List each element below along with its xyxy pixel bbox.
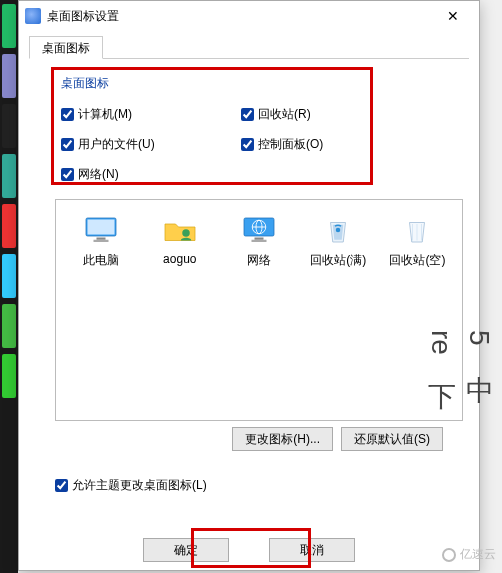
tab-desktop-icons[interactable]: 桌面图标 <box>29 36 103 59</box>
close-button[interactable]: ✕ <box>433 1 473 31</box>
checkbox-control-panel[interactable]: 控制面板(O) <box>241 136 421 153</box>
desktop-edge-strip <box>0 0 18 573</box>
taskbar-item <box>2 54 16 98</box>
group-desktop-icons-label: 桌面图标 <box>61 75 109 92</box>
icon-item-network[interactable]: 网络 <box>220 214 297 269</box>
taskbar-item <box>2 104 16 148</box>
window-title: 桌面图标设置 <box>47 8 433 25</box>
desktop-icon-checkboxes: 计算机(M) 回收站(R) 用户的文件(U) 控制面板(O) 网络(N) <box>61 99 421 189</box>
this-pc-icon <box>81 214 121 246</box>
icon-label: 网络 <box>220 252 297 269</box>
icon-label: 回收站(满) <box>300 252 377 269</box>
recycle-full-icon <box>318 214 358 246</box>
svg-rect-1 <box>87 220 114 235</box>
icon-label: 此电脑 <box>62 252 139 269</box>
cancel-button[interactable]: 取消 <box>269 538 355 562</box>
taskbar-item <box>2 204 16 248</box>
svg-rect-10 <box>252 240 267 242</box>
restore-default-button[interactable]: 还原默认值(S) <box>341 427 443 451</box>
checkbox-recycle-bin-box[interactable] <box>241 108 254 121</box>
checkbox-computer[interactable]: 计算机(M) <box>61 106 241 123</box>
svg-point-4 <box>182 229 190 237</box>
svg-rect-9 <box>255 238 264 240</box>
taskbar-item <box>2 4 16 48</box>
svg-point-11 <box>336 228 341 233</box>
checkbox-label: 控制面板(O) <box>258 136 323 153</box>
icon-preview-list[interactable]: 此电脑aoguo网络回收站(满)回收站(空) <box>55 199 463 421</box>
network-icon <box>239 214 279 246</box>
checkbox-computer-box[interactable] <box>61 108 74 121</box>
icon-item-user-folder[interactable]: aoguo <box>141 214 218 269</box>
icon-item-recycle-full[interactable]: 回收站(满) <box>300 214 377 269</box>
taskbar-item <box>2 304 16 348</box>
ok-button[interactable]: 确定 <box>143 538 229 562</box>
checkbox-label: 计算机(M) <box>78 106 132 123</box>
change-icon-button[interactable]: 更改图标(H)... <box>232 427 333 451</box>
recycle-empty-icon <box>397 214 437 246</box>
checkbox-user-files-box[interactable] <box>61 138 74 151</box>
checkbox-control-panel-box[interactable] <box>241 138 254 151</box>
icon-action-buttons: 更改图标(H)... 还原默认值(S) <box>19 427 479 451</box>
checkbox-network[interactable]: 网络(N) <box>61 166 241 183</box>
close-icon: ✕ <box>447 8 459 24</box>
checkbox-label: 回收站(R) <box>258 106 311 123</box>
desktop-icon-settings-dialog: 桌面图标设置 ✕ 桌面图标 桌面图标 计算机(M) 回收站(R) 用户的文件(U… <box>18 0 480 571</box>
user-folder-icon <box>160 214 200 246</box>
allow-theme-checkbox[interactable]: 允许主题更改桌面图标(L) <box>55 477 207 494</box>
checkbox-user-files[interactable]: 用户的文件(U) <box>61 136 241 153</box>
icon-label: 回收站(空) <box>379 252 456 269</box>
checkbox-recycle-bin[interactable]: 回收站(R) <box>241 106 421 123</box>
checkbox-label: 用户的文件(U) <box>78 136 155 153</box>
tab-label: 桌面图标 <box>42 41 90 55</box>
icon-grid: 此电脑aoguo网络回收站(满)回收站(空) <box>56 200 462 283</box>
window-icon <box>25 8 41 24</box>
icon-item-recycle-empty[interactable]: 回收站(空) <box>379 214 456 269</box>
svg-rect-3 <box>93 240 108 242</box>
titlebar: 桌面图标设置 ✕ <box>19 1 479 31</box>
checkbox-label: 允许主题更改桌面图标(L) <box>72 477 207 494</box>
tab-strip: 桌面图标 <box>29 35 469 59</box>
taskbar-item <box>2 154 16 198</box>
icon-label: aoguo <box>141 252 218 266</box>
svg-rect-2 <box>96 238 105 240</box>
taskbar-item <box>2 354 16 398</box>
taskbar-item <box>2 254 16 298</box>
checkbox-network-box[interactable] <box>61 168 74 181</box>
checkbox-label: 网络(N) <box>78 166 119 183</box>
icon-item-this-pc[interactable]: 此电脑 <box>62 214 139 269</box>
allow-theme-box[interactable] <box>55 479 68 492</box>
dialog-buttons: 确定 取消 <box>19 538 479 562</box>
